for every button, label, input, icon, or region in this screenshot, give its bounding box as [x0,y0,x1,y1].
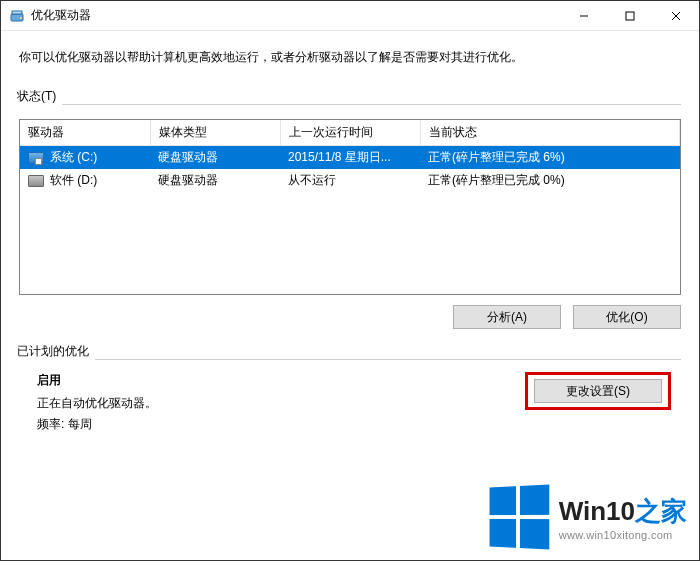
col-current[interactable]: 当前状态 [420,120,680,146]
watermark-url: www.win10xitong.com [559,529,687,541]
col-last-run[interactable]: 上一次运行时间 [280,120,420,146]
close-button[interactable] [653,1,699,30]
current-status: 正常(碎片整理已完成 6%) [420,146,680,170]
titlebar: 优化驱动器 [1,1,699,31]
watermark: Win10之家 www.win10xitong.com [487,486,687,548]
schedule-enabled-title: 启用 [37,372,505,389]
svg-rect-1 [12,11,22,14]
watermark-brand: Win10之家 [559,494,687,529]
table-row[interactable]: 系统 (C:) 硬盘驱动器 2015/11/8 星期日... 正常(碎片整理已完… [20,146,680,170]
media-type: 硬盘驱动器 [150,169,280,192]
col-drive[interactable]: 驱动器 [20,120,150,146]
table-row[interactable]: 软件 (D:) 硬盘驱动器 从不运行 正常(碎片整理已完成 0%) [20,169,680,192]
drives-table[interactable]: 驱动器 媒体类型 上一次运行时间 当前状态 系统 (C:) 硬盘驱动器 2015… [19,119,681,295]
hard-drive-icon [28,175,44,187]
last-run: 2015/11/8 星期日... [280,146,420,170]
status-section: 状态(T) 驱动器 媒体类型 上一次运行时间 当前状态 系统 (C:) 硬盘驱动… [19,96,681,329]
current-status: 正常(碎片整理已完成 0%) [420,169,680,192]
change-settings-button[interactable]: 更改设置(S) [534,379,662,403]
window-title: 优化驱动器 [31,7,91,24]
schedule-status-line: 正在自动优化驱动器。 [37,395,505,412]
window-controls [561,1,699,30]
svg-point-2 [20,17,22,19]
system-drive-icon [28,152,44,164]
last-run: 从不运行 [280,169,420,192]
optimize-button[interactable]: 优化(O) [573,305,681,329]
schedule-label: 已计划的优化 [17,343,95,360]
schedule-frequency-line: 频率: 每周 [37,416,505,433]
change-settings-highlight: 更改设置(S) [525,372,671,410]
analyze-button[interactable]: 分析(A) [453,305,561,329]
media-type: 硬盘驱动器 [150,146,280,170]
minimize-button[interactable] [561,1,607,30]
drive-name: 软件 (D:) [50,173,97,187]
col-media[interactable]: 媒体类型 [150,120,280,146]
svg-rect-4 [626,12,634,20]
maximize-button[interactable] [607,1,653,30]
description-text: 你可以优化驱动器以帮助计算机更高效地运行，或者分析驱动器以了解是否需要对其进行优… [19,49,681,66]
app-icon [9,8,25,24]
windows-logo-icon [489,484,549,549]
schedule-section: 已计划的优化 启用 正在自动优化驱动器。 频率: 每周 更改设置(S) [19,351,681,447]
status-label: 状态(T) [17,88,62,105]
drive-name: 系统 (C:) [50,150,97,164]
